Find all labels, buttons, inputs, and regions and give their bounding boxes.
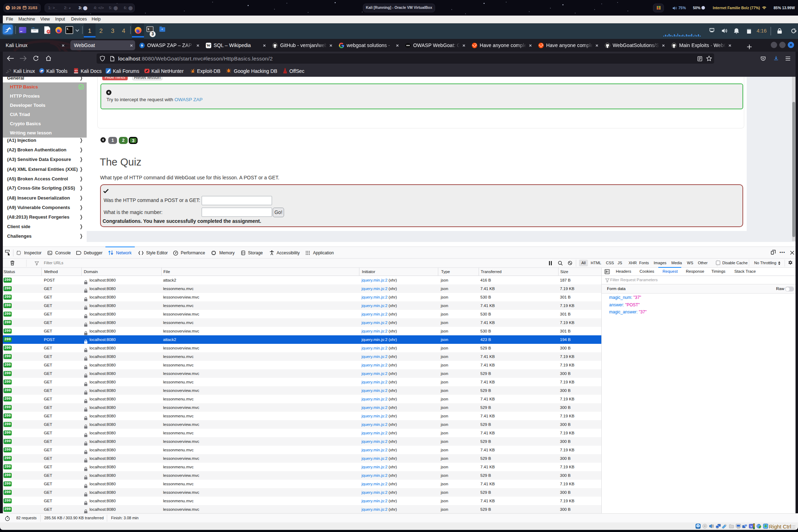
svg-text:$_: $_: [67, 28, 70, 30]
svg-text:W: W: [207, 43, 210, 47]
svg-text:V: V: [751, 525, 752, 528]
svg-text:</>: </>: [74, 69, 78, 72]
